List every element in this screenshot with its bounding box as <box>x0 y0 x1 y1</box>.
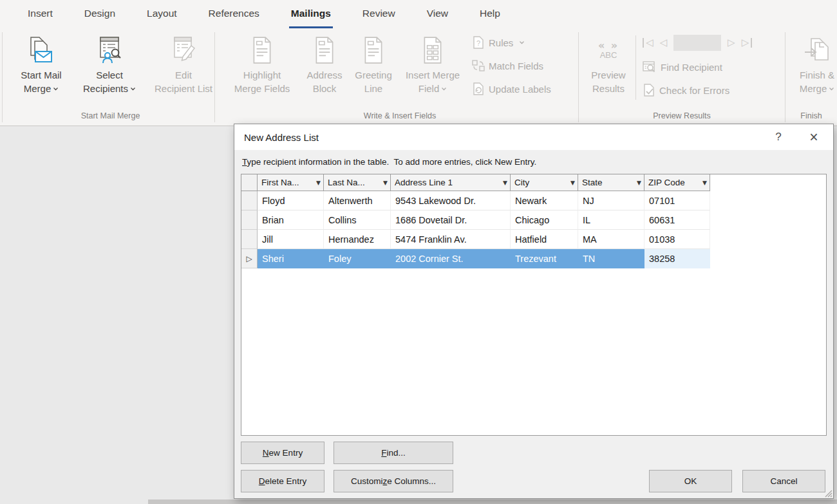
tab-review[interactable]: Review <box>361 0 397 28</box>
column-header-address-line-1[interactable]: Address Line 1▼ <box>391 174 511 191</box>
double-chevrons-icon: « » <box>598 41 619 51</box>
table-cell[interactable]: 2002 Cornier St. <box>391 249 511 268</box>
table-cell[interactable]: MA <box>578 230 644 249</box>
column-dropdown-icon[interactable]: ▼ <box>380 180 388 186</box>
new-entry-button[interactable]: New Entry <box>241 442 324 464</box>
delete-entry-button[interactable]: Delete Entry <box>241 470 324 492</box>
row-selector[interactable] <box>241 210 258 230</box>
match-fields-label: Match Fields <box>489 61 543 71</box>
greeting-line-button[interactable]: GreetingLine <box>349 31 398 95</box>
column-header-zip-code[interactable]: ZIP Code▼ <box>644 174 710 191</box>
close-button[interactable]: × <box>795 124 833 150</box>
cancel-label: Cancel <box>770 476 797 486</box>
rules-button[interactable]: ? Rules <box>472 35 551 50</box>
new-address-list-dialog: New Address List ? × Type recipient info… <box>234 124 834 499</box>
table-cell[interactable]: IL <box>578 210 644 230</box>
column-dropdown-icon[interactable]: ▼ <box>634 180 641 186</box>
table-row: FloydAltenwerth9543 Lakewood Dr.NewarkNJ… <box>241 191 826 210</box>
preview-results-button[interactable]: « » ABC PreviewResults <box>583 31 634 95</box>
finish-and-merge-button[interactable]: Finish &Merge <box>791 31 837 95</box>
table-cell[interactable]: 60631 <box>644 210 710 230</box>
table-cell[interactable]: Trezevant <box>511 249 578 268</box>
address-block-button[interactable]: AddressBlock <box>300 31 349 95</box>
table-row: JillHernandez5474 Franklin Av.HatfieldMA… <box>241 230 826 249</box>
last-record-button[interactable]: ▷ <box>742 38 753 48</box>
table-cell[interactable]: 1686 Dovetail Dr. <box>391 210 511 230</box>
table-cell[interactable]: 5474 Franklin Av. <box>391 230 511 249</box>
previous-record-button[interactable]: ◁ <box>660 38 668 48</box>
column-header-last-na[interactable]: Last Na...▼ <box>324 174 391 191</box>
tab-design[interactable]: Design <box>82 0 117 28</box>
table-cell[interactable]: Brian <box>258 210 324 230</box>
table-cell[interactable]: TN <box>578 249 644 268</box>
column-header-label: Address Line 1 <box>395 178 453 187</box>
column-header-label: City <box>514 178 529 187</box>
insert-merge-field-button[interactable]: Insert MergeField <box>398 31 467 95</box>
highlight-merge-fields-button[interactable]: HighlightMerge Fields <box>224 31 300 95</box>
start-mail-merge-button[interactable]: Start MailMerge <box>9 31 73 95</box>
check-for-errors-button[interactable]: Check for Errors <box>643 82 752 98</box>
update-labels-button[interactable]: Update Labels <box>472 81 551 97</box>
column-dropdown-icon[interactable]: ▼ <box>567 180 575 186</box>
select-recipients-button[interactable]: SelectRecipients <box>73 31 146 95</box>
first-record-button[interactable]: ◁ <box>643 38 654 48</box>
column-header-first-na[interactable]: First Na...▼ <box>258 174 324 191</box>
table-cell[interactable]: 38258 <box>644 249 710 268</box>
find-recipient-label: Find Recipient <box>661 62 722 73</box>
table-cell[interactable]: 9543 Lakewood Dr. <box>391 191 511 210</box>
help-button[interactable]: ? <box>762 131 795 144</box>
row-selector[interactable]: ▷ <box>241 249 258 268</box>
match-fields-button[interactable]: Match Fields <box>472 58 551 73</box>
tab-label: Review <box>362 8 395 19</box>
find-button[interactable]: Find... <box>334 442 453 464</box>
column-dropdown-icon[interactable]: ▼ <box>313 180 321 186</box>
tab-help[interactable]: Help <box>478 0 502 28</box>
table-cell[interactable]: Jill <box>258 230 324 249</box>
write-insert-small-buttons: ? Rules Match Fields Update Labels <box>472 35 551 97</box>
table-cell[interactable]: Sheri <box>258 249 324 268</box>
column-dropdown-icon[interactable]: ▼ <box>500 180 507 186</box>
customize-columns-button[interactable]: Customize Columns... <box>334 470 453 492</box>
row-selector[interactable] <box>241 191 258 210</box>
svg-text:?: ? <box>476 39 480 47</box>
table-cell[interactable]: Newark <box>511 191 578 210</box>
table-cell[interactable]: Foley <box>324 249 391 268</box>
preview-results-group: « » ABC PreviewResults <box>583 31 634 95</box>
next-record-button[interactable]: ▷ <box>728 38 735 48</box>
record-number-input[interactable] <box>673 35 721 51</box>
table-cell[interactable]: Floyd <box>258 191 324 210</box>
select-recipients-label: SelectRecipients <box>83 68 136 95</box>
tab-mailings[interactable]: Mailings <box>289 0 333 28</box>
column-header-label: First Na... <box>261 178 299 187</box>
column-dropdown-icon[interactable]: ▼ <box>699 180 707 186</box>
table-cell[interactable]: Collins <box>324 210 391 230</box>
insert-merge-field-icon <box>422 33 444 68</box>
column-header-label: State <box>582 178 603 187</box>
resize-grip[interactable] <box>824 489 832 498</box>
edit-recipient-list-button[interactable]: EditRecipient List <box>146 31 221 95</box>
table-cell[interactable]: NJ <box>578 191 644 210</box>
tab-layout[interactable]: Layout <box>145 0 179 28</box>
tab-label: View <box>427 8 448 19</box>
column-header-state[interactable]: State▼ <box>578 174 644 191</box>
table-cell[interactable]: Hernandez <box>324 230 391 249</box>
window-edge <box>148 499 837 504</box>
table-cell[interactable]: 01038 <box>644 230 710 249</box>
rules-icon: ? <box>472 36 485 49</box>
cancel-button[interactable]: Cancel <box>742 470 825 492</box>
tab-view[interactable]: View <box>425 0 450 28</box>
group-label-preview-results: Preview Results <box>579 111 784 120</box>
column-header-city[interactable]: City▼ <box>511 174 578 191</box>
tab-label: Layout <box>147 8 177 19</box>
ok-button[interactable]: OK <box>649 470 732 492</box>
table-cell[interactable]: 07101 <box>644 191 710 210</box>
tab-insert[interactable]: Insert <box>26 0 55 28</box>
find-recipient-button[interactable]: Find Recipient <box>643 59 752 75</box>
dialog-titlebar[interactable]: New Address List ? × <box>234 124 833 150</box>
table-cell[interactable]: Altenwerth <box>324 191 391 210</box>
tab-references[interactable]: References <box>207 0 261 28</box>
table-cell[interactable]: Hatfield <box>511 230 578 249</box>
address-table-body: FloydAltenwerth9543 Lakewood Dr.NewarkNJ… <box>241 191 826 268</box>
row-selector[interactable] <box>241 230 258 249</box>
table-cell[interactable]: Chicago <box>511 210 578 230</box>
